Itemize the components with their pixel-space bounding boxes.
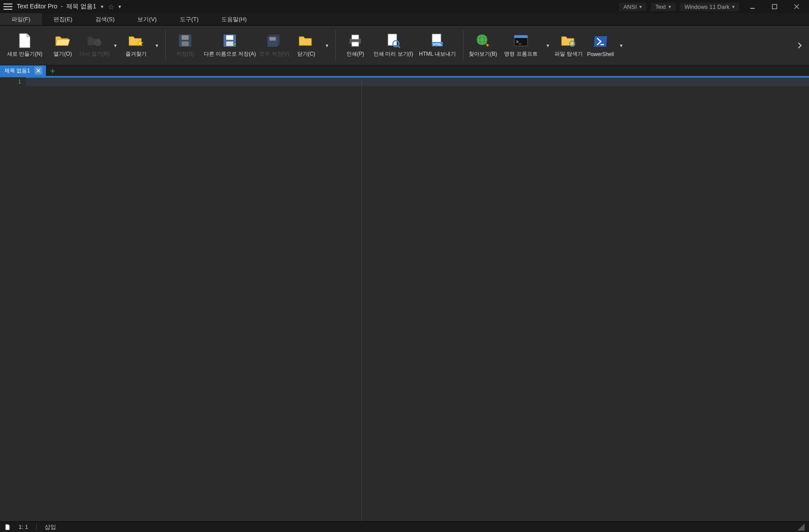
ribbon-overflow-button[interactable] xyxy=(793,42,806,49)
line-number-gutter: 1 xyxy=(0,77,26,521)
html-export-icon: HTML xyxy=(429,33,445,49)
svg-rect-15 xyxy=(270,37,276,41)
chevron-down-icon: ▾ xyxy=(732,4,735,10)
svg-rect-8 xyxy=(182,42,189,46)
title-dropdown-2[interactable]: ▾ xyxy=(118,4,121,10)
ribbon-group-print: 인쇄(P) 인쇄 미리 보기(I) HTML HTML 내보내기 xyxy=(339,26,460,65)
globe-icon xyxy=(475,33,491,49)
html-export-button[interactable]: HTML HTML 내보내기 xyxy=(415,28,460,63)
reopen-button: 다시 열기(R) xyxy=(79,28,110,63)
close-button[interactable] xyxy=(788,0,805,13)
plus-icon: ＋ xyxy=(49,65,57,76)
file-explorer-button[interactable]: 파일 탐색기 xyxy=(553,28,585,63)
reopen-dropdown[interactable]: ▾ xyxy=(110,28,120,63)
svg-line-21 xyxy=(398,46,400,48)
ribbon-separator xyxy=(165,30,166,61)
save-button: 저장(S) xyxy=(169,28,201,63)
line-number: 1 xyxy=(0,78,21,85)
chevron-down-icon: ▾ xyxy=(620,42,623,49)
favorites-button[interactable]: 즐겨찾기 xyxy=(120,28,152,63)
hamburger-menu-icon[interactable] xyxy=(4,2,12,11)
ribbon-separator xyxy=(335,30,336,61)
svg-rect-11 xyxy=(226,42,233,46)
command-prompt-dropdown[interactable]: ▾ xyxy=(543,28,553,63)
theme-selector[interactable]: Windows 11 Dark ▾ xyxy=(680,3,739,11)
menubar: 파일(F) 편집(E) 검색(S) 보기(V) 도구(T) 도움말(H) xyxy=(0,13,809,26)
menu-view[interactable]: 보기(V) xyxy=(126,13,168,25)
status-separator xyxy=(36,524,37,531)
new-tab-button[interactable]: ＋ xyxy=(46,65,59,76)
print-preview-button[interactable]: 인쇄 미리 보기(I) xyxy=(371,28,415,63)
svg-rect-7 xyxy=(182,35,189,40)
save-as-icon xyxy=(222,33,238,49)
maximize-button[interactable] xyxy=(766,0,783,13)
save-as-button[interactable]: 다른 이름으로 저장(A) xyxy=(201,28,258,63)
chevron-right-icon xyxy=(796,42,803,49)
save-icon xyxy=(177,33,193,49)
close-dropdown[interactable]: ▾ xyxy=(322,28,332,63)
highlighter-label: Text xyxy=(655,4,666,10)
chevron-down-icon: ▾ xyxy=(156,42,158,49)
encoding-selector[interactable]: ANSI ▾ xyxy=(619,3,646,11)
encoding-label: ANSI xyxy=(623,4,637,10)
chevron-down-icon: ▾ xyxy=(326,42,328,49)
theme-label: Windows 11 Dark xyxy=(684,4,729,10)
text-editor[interactable] xyxy=(26,77,809,521)
folder-explorer-icon xyxy=(561,33,577,49)
menu-edit[interactable]: 편집(E) xyxy=(42,13,84,25)
tab-close-button[interactable] xyxy=(34,67,42,75)
chevron-down-icon: ▾ xyxy=(114,42,117,49)
open-file-button[interactable]: 열기(O) xyxy=(47,28,79,63)
menu-help[interactable]: 도움말(H) xyxy=(210,13,258,25)
new-file-button[interactable]: 새로 만들기(N) xyxy=(3,28,47,63)
menu-tools[interactable]: 도구(T) xyxy=(168,13,210,25)
svg-text:HTML: HTML xyxy=(433,43,442,46)
new-file-icon xyxy=(17,33,33,49)
document-tabbar: 제목 없음1 ＋ xyxy=(0,65,809,77)
favorites-dropdown[interactable]: ▾ xyxy=(152,28,162,63)
title-dropdown-1[interactable]: ▾ xyxy=(101,4,103,10)
command-prompt-button[interactable]: >_ 명령 프롬프트 xyxy=(499,28,543,63)
powershell-icon xyxy=(593,34,608,49)
svg-text:>_: >_ xyxy=(516,39,521,44)
current-line-highlight xyxy=(26,77,809,86)
powershell-button[interactable]: PowerShell xyxy=(585,28,616,63)
folder-reopen-icon xyxy=(87,33,103,49)
browse-button[interactable]: 찾아보기(B) xyxy=(467,28,499,63)
svg-rect-18 xyxy=(352,42,359,46)
print-button[interactable]: 인쇄(P) xyxy=(339,28,371,63)
menu-search[interactable]: 검색(S) xyxy=(84,13,126,25)
chevron-down-icon: ▾ xyxy=(668,4,671,10)
ribbon-group-file: 새로 만들기(N) 열기(O) 다시 열기(R) ▾ 즐겨찾기 ▾ xyxy=(3,26,162,65)
folder-open-icon xyxy=(55,33,71,49)
resize-grip[interactable] xyxy=(798,524,805,531)
svg-rect-1 xyxy=(772,4,777,9)
svg-rect-10 xyxy=(226,35,233,40)
ribbon-group-tools: 찾아보기(B) >_ 명령 프롬프트 ▾ 파일 탐색기 PowerShell ▾ xyxy=(467,26,626,65)
close-file-button[interactable]: 닫기(C) xyxy=(290,28,322,63)
editor-area: 1 xyxy=(0,77,809,521)
app-title: Text Editor Pro - 제목 없음1 xyxy=(17,3,96,11)
svg-marker-28 xyxy=(486,43,489,47)
close-icon xyxy=(36,68,41,73)
status-cursor-position[interactable]: 1: 1 xyxy=(19,524,28,530)
svg-rect-30 xyxy=(514,35,528,38)
powershell-dropdown[interactable]: ▾ xyxy=(616,28,626,63)
document-tab[interactable]: 제목 없음1 xyxy=(0,65,46,76)
highlighter-selector[interactable]: Text ▾ xyxy=(651,3,676,11)
ribbon-separator xyxy=(463,30,463,61)
folder-close-icon xyxy=(298,33,314,49)
status-insert-mode[interactable]: 삽입 xyxy=(45,523,56,531)
folder-star-icon xyxy=(128,33,144,49)
ribbon-toolbar: 새로 만들기(N) 열기(O) 다시 열기(R) ▾ 즐겨찾기 ▾ xyxy=(0,26,809,65)
save-all-icon xyxy=(266,33,282,49)
status-document-indicator xyxy=(4,524,11,530)
document-tab-label: 제목 없음1 xyxy=(4,67,30,75)
minimize-button[interactable] xyxy=(744,0,761,13)
printer-icon xyxy=(347,33,363,49)
favorite-star-icon[interactable]: ☆ xyxy=(108,3,114,11)
statusbar: 1: 1 삽입 xyxy=(0,521,809,532)
terminal-icon: >_ xyxy=(513,33,529,49)
menu-file[interactable]: 파일(F) xyxy=(0,13,42,25)
save-all-button: 모두 저장(V) xyxy=(258,28,290,63)
